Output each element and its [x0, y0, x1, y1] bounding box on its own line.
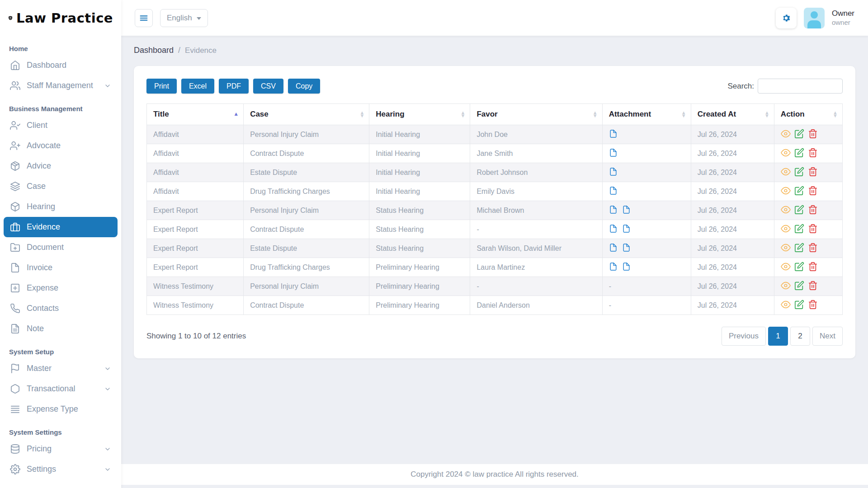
attachment-file-icon[interactable] [622, 262, 631, 272]
view-action-eye-icon[interactable] [781, 281, 791, 291]
cell-hearing: Status Hearing [369, 201, 470, 220]
sidebar-item-settings[interactable]: Settings [4, 459, 118, 479]
sidebar-item-client[interactable]: Client [4, 115, 118, 136]
edit-action-icon[interactable] [794, 186, 804, 196]
sidebar-item-invoice[interactable]: Invoice [4, 258, 118, 278]
column-header-hearing[interactable]: Hearing▲▼ [369, 104, 470, 125]
attachment-file-icon[interactable] [609, 167, 618, 177]
sidebar-item-contacts[interactable]: Contacts [4, 298, 118, 319]
delete-action-icon[interactable] [808, 205, 818, 215]
view-action-eye-icon[interactable] [781, 186, 791, 196]
search-input[interactable] [758, 79, 843, 94]
attachment-file-icon[interactable] [622, 243, 631, 253]
view-action-eye-icon[interactable] [781, 243, 791, 253]
sidebar-item-pricing[interactable]: Pricing [4, 439, 118, 459]
edit-action-icon[interactable] [794, 243, 804, 253]
attachment-file-icon[interactable] [609, 224, 618, 234]
sidebar-item-transactional[interactable]: Transactional [4, 379, 118, 399]
view-action-eye-icon[interactable] [781, 224, 791, 234]
edit-action-icon[interactable] [794, 148, 804, 158]
pagination-page-1-button[interactable]: 1 [768, 327, 788, 346]
edit-action-icon[interactable] [794, 224, 804, 234]
table-row: Expert ReportPersonal Injury ClaimStatus… [147, 201, 843, 220]
delete-action-icon[interactable] [808, 224, 818, 234]
cell-hearing: Status Hearing [369, 239, 470, 258]
delete-action-icon[interactable] [808, 281, 818, 291]
copy-export-button[interactable]: Copy [288, 79, 320, 94]
table-row: Expert ReportContract DisputeStatus Hear… [147, 220, 843, 239]
delete-action-icon[interactable] [808, 300, 818, 310]
view-action-eye-icon[interactable] [781, 300, 791, 310]
sidebar-toggle-button[interactable] [135, 9, 153, 27]
delete-action-icon[interactable] [808, 186, 818, 196]
sidebar-item-advice[interactable]: Advice [4, 156, 118, 176]
delete-action-icon[interactable] [808, 262, 818, 272]
cell-created-at: Jul 26, 2024 [691, 239, 774, 258]
edit-action-icon[interactable] [794, 262, 804, 272]
pagination-previous-button[interactable]: Previous [722, 327, 766, 346]
sidebar-item-note[interactable]: Note [4, 319, 118, 339]
sidebar-item-expense-type[interactable]: Expense Type [4, 399, 118, 419]
cell-action [774, 296, 842, 315]
delete-action-icon[interactable] [808, 148, 818, 158]
pagination-next-button[interactable]: Next [812, 327, 843, 346]
attachment-file-icon[interactable] [609, 148, 618, 158]
settings-button[interactable] [776, 8, 797, 28]
cell-attachment [602, 201, 691, 220]
delete-action-icon[interactable] [808, 167, 818, 177]
excel-export-button[interactable]: Excel [181, 79, 214, 94]
cell-case: Contract Dispute [244, 144, 369, 163]
language-dropdown[interactable]: English [160, 9, 208, 27]
sidebar-item-master[interactable]: Master [4, 358, 118, 379]
view-action-eye-icon[interactable] [781, 148, 791, 158]
sidebar-item-advocate[interactable]: Advocate [4, 136, 118, 156]
column-header-case[interactable]: Case▲▼ [244, 104, 369, 125]
breadcrumb-dashboard-link[interactable]: Dashboard [134, 46, 174, 55]
delete-action-icon[interactable] [808, 243, 818, 253]
view-action-eye-icon[interactable] [781, 129, 791, 139]
cell-favor: John Doe [470, 125, 602, 144]
attachment-file-icon[interactable] [622, 205, 631, 215]
sidebar-item-expense[interactable]: Expense [4, 278, 118, 298]
attachment-file-icon[interactable] [609, 262, 618, 272]
sidebar-item-hearing[interactable]: Hearing [4, 197, 118, 217]
delete-action-icon[interactable] [808, 129, 818, 139]
edit-action-icon[interactable] [794, 300, 804, 310]
cell-favor: Sarah Wilson, David Miller [470, 239, 602, 258]
pagination-page-2-button[interactable]: 2 [790, 327, 810, 346]
column-header-action[interactable]: Action▲▼ [774, 104, 842, 125]
sidebar-item-label: Transactional [27, 384, 98, 394]
view-action-eye-icon[interactable] [781, 262, 791, 272]
edit-action-icon[interactable] [794, 167, 804, 177]
sidebar-item-label: Expense Type [27, 404, 111, 414]
plus-square-icon [10, 283, 20, 293]
csv-export-button[interactable]: CSV [253, 79, 283, 94]
attachment-file-icon[interactable] [609, 186, 618, 196]
print-export-button[interactable]: Print [146, 79, 177, 94]
edit-action-icon[interactable] [794, 205, 804, 215]
sidebar-item-case[interactable]: Case [4, 176, 118, 197]
column-header-title[interactable]: Title▲ [147, 104, 244, 125]
sidebar-item-document[interactable]: Document [4, 237, 118, 258]
chevron-down-icon [104, 466, 111, 473]
cell-favor: Jane Smith [470, 144, 602, 163]
attachment-file-icon[interactable] [609, 129, 618, 139]
attachment-file-icon[interactable] [609, 243, 618, 253]
sidebar-item-evidence[interactable]: Evidence [4, 217, 118, 237]
column-header-favor[interactable]: Favor▲▼ [470, 104, 602, 125]
sidebar-item-dashboard[interactable]: Dashboard [4, 55, 118, 75]
user-avatar[interactable] [804, 8, 825, 28]
attachment-file-icon[interactable] [622, 224, 631, 234]
view-action-eye-icon[interactable] [781, 167, 791, 177]
sort-both-icon: ▲▼ [359, 111, 364, 117]
cell-attachment [602, 220, 691, 239]
sidebar-item-staff-management[interactable]: Staff Management [4, 75, 118, 96]
edit-action-icon[interactable] [794, 281, 804, 291]
column-header-created-at[interactable]: Created At▲▼ [691, 104, 774, 125]
attachment-file-icon[interactable] [609, 205, 618, 215]
column-header-attachment[interactable]: Attachment▲▼ [602, 104, 691, 125]
edit-action-icon[interactable] [794, 129, 804, 139]
sidebar-item-label: Hearing [27, 202, 111, 211]
view-action-eye-icon[interactable] [781, 205, 791, 215]
pdf-export-button[interactable]: PDF [219, 79, 249, 94]
